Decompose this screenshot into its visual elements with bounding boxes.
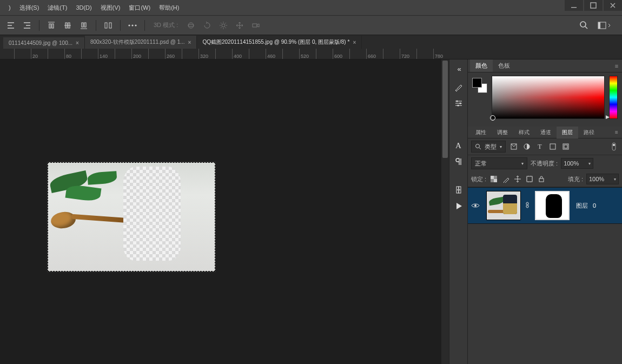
- document-tab-2[interactable]: QQ截图20201114151855.jpg @ 90.9% (图层 0, 图层…: [197, 36, 362, 49]
- layer-thumbnail[interactable]: [486, 191, 521, 220]
- fill-input[interactable]: 100% ▾: [586, 174, 619, 184]
- color-picker-cursor: [490, 115, 495, 121]
- menu-bar: ) 选择(S) 滤镜(T) 3D(D) 视图(V) 窗口(W) 帮助(H): [0, 0, 622, 15]
- fill-label: 填充 :: [568, 175, 583, 183]
- libraries-panel-icon[interactable]: [453, 184, 465, 196]
- 3d-pan-icon[interactable]: [233, 19, 246, 32]
- filter-type-icon[interactable]: T: [535, 142, 545, 151]
- workspace-switcher-icon[interactable]: [596, 19, 612, 32]
- opacity-input[interactable]: 100% ▾: [561, 158, 593, 169]
- menu-help[interactable]: 帮助(H): [155, 1, 183, 15]
- character-panel-icon[interactable]: A: [453, 140, 465, 151]
- paths-tab[interactable]: 路径: [578, 127, 600, 138]
- blend-mode-value: 正常: [475, 160, 487, 168]
- adjustments-tab[interactable]: 调整: [492, 127, 513, 138]
- svg-rect-30: [494, 179, 497, 182]
- distribute-bottom-icon[interactable]: [77, 19, 90, 32]
- document-tab-0[interactable]: 01114144509.jpg @ 100... ×: [3, 37, 85, 49]
- separator: [120, 20, 121, 31]
- filter-smart-icon[interactable]: [561, 142, 571, 151]
- visibility-toggle-icon[interactable]: [471, 201, 483, 210]
- panel-menu-icon[interactable]: ≡: [611, 63, 622, 69]
- menu-select[interactable]: 选择(S): [15, 1, 44, 15]
- menu-3d[interactable]: 3D(D): [71, 1, 96, 14]
- document-tab-1[interactable]: 800x320-软件模版20201111.psd @ 1... ×: [85, 36, 197, 49]
- hue-slider[interactable]: [609, 76, 618, 119]
- fg-bg-swatch[interactable]: [472, 78, 487, 93]
- menu-leftcut: ): [4, 1, 15, 14]
- collapse-arrows-icon[interactable]: «: [453, 63, 465, 75]
- distribute-vcenter-icon[interactable]: [61, 19, 74, 32]
- tab-label: QQ截图20201114151855.jpg @ 90.9% (图层 0, 图层…: [202, 38, 349, 46]
- swatches-tab[interactable]: 色板: [493, 59, 515, 72]
- panel-menu-icon[interactable]: ≡: [611, 129, 622, 135]
- lock-position-icon[interactable]: [513, 175, 522, 183]
- paragraph-panel-icon[interactable]: [453, 156, 465, 168]
- 3d-rotate-icon[interactable]: [201, 19, 214, 32]
- blend-mode-select[interactable]: 正常 ▾: [471, 157, 527, 169]
- brush-panel-icon[interactable]: [453, 81, 465, 93]
- svg-point-16: [457, 105, 459, 107]
- minimize-button[interactable]: [565, 0, 583, 11]
- svg-point-9: [222, 24, 225, 27]
- distribute-spacing-icon[interactable]: [102, 19, 115, 32]
- svg-rect-10: [253, 24, 257, 27]
- svg-rect-13: [598, 22, 600, 29]
- separator: [96, 20, 96, 31]
- svg-point-8: [188, 24, 194, 27]
- mask-link-icon[interactable]: [524, 202, 532, 209]
- lock-image-icon[interactable]: [501, 175, 510, 183]
- layer-name[interactable]: 图层 0: [573, 202, 596, 210]
- lock-transparency-icon[interactable]: [489, 175, 498, 183]
- horizontal-ruler[interactable]: 20 80 140 200 260 320 400 460 520 600 66…: [0, 49, 622, 59]
- foreground-color-swatch[interactable]: [472, 78, 482, 88]
- 3d-orbit-icon[interactable]: [184, 19, 197, 32]
- styles-tab[interactable]: 样式: [513, 127, 535, 138]
- filter-shape-icon[interactable]: [548, 142, 558, 151]
- scrollbar-thumb[interactable]: [442, 61, 448, 158]
- opacity-label: 不透明度 :: [531, 160, 558, 168]
- 3d-light-icon[interactable]: [217, 19, 230, 32]
- adjustments-panel-icon[interactable]: [453, 97, 465, 109]
- lock-all-icon[interactable]: [537, 175, 546, 183]
- menu-view[interactable]: 视图(V): [96, 1, 125, 15]
- align-right-icon[interactable]: [21, 19, 34, 32]
- vertical-scrollbar[interactable]: [441, 59, 449, 364]
- 3d-camera-icon[interactable]: [249, 19, 262, 32]
- filter-pixel-icon[interactable]: [509, 142, 519, 151]
- properties-tab[interactable]: 属性: [470, 127, 492, 138]
- svg-rect-24: [550, 144, 555, 149]
- close-button[interactable]: [604, 0, 622, 11]
- distribute-top-icon[interactable]: [45, 19, 58, 32]
- color-panel: ▶: [468, 72, 622, 127]
- channels-tab[interactable]: 通道: [535, 127, 557, 138]
- canvas-viewport[interactable]: [0, 59, 449, 364]
- layer-mask-thumbnail[interactable]: [535, 191, 570, 220]
- filter-adjust-icon[interactable]: [522, 142, 532, 151]
- svg-point-35: [474, 204, 477, 207]
- play-action-icon[interactable]: [453, 200, 465, 212]
- close-icon[interactable]: ×: [188, 39, 191, 45]
- align-left-icon[interactable]: [4, 19, 17, 32]
- selection-marquee: [48, 162, 215, 272]
- search-icon[interactable]: [578, 19, 591, 32]
- lock-artboard-icon[interactable]: [525, 175, 534, 183]
- layer-row[interactable]: 图层 0: [468, 187, 622, 224]
- layer-name-text: 图层: [576, 202, 588, 209]
- close-icon[interactable]: ×: [76, 40, 79, 46]
- layers-tab[interactable]: 图层: [557, 127, 578, 138]
- more-options-icon[interactable]: [126, 19, 139, 32]
- options-bar: 3D 模式 :: [0, 15, 622, 35]
- color-tab[interactable]: 颜色: [470, 59, 493, 72]
- maximize-button[interactable]: [584, 0, 603, 11]
- layers-list[interactable]: 图层 0: [468, 187, 622, 364]
- color-spectrum[interactable]: ▶: [492, 76, 605, 119]
- close-icon[interactable]: ×: [353, 39, 356, 45]
- chevron-down-icon: ▾: [521, 161, 524, 166]
- svg-rect-34: [539, 178, 544, 182]
- document-tabs: 01114144509.jpg @ 100... × 800x320-软件模版2…: [0, 35, 622, 49]
- filter-toggle-icon[interactable]: [609, 142, 619, 151]
- menu-window[interactable]: 窗口(W): [124, 1, 155, 15]
- menu-filter[interactable]: 滤镜(T): [43, 1, 71, 15]
- layer-filter-kind-select[interactable]: 类型 ▾: [471, 141, 506, 153]
